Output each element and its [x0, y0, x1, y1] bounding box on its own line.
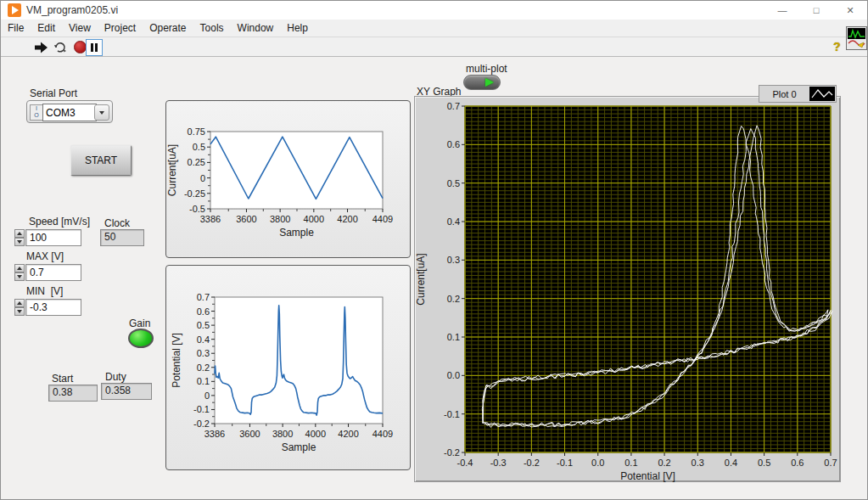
speed-input[interactable] — [25, 229, 81, 246]
potential-waveform-graph: 3386360038004000420044090.70.60.50.40.30… — [165, 265, 411, 470]
start-button[interactable]: START — [70, 145, 132, 176]
svg-text:-0.2: -0.2 — [444, 447, 460, 458]
potential-vs-sample-svg: 3386360038004000420044090.70.60.50.40.30… — [166, 266, 412, 471]
menu-item-view[interactable]: View — [62, 20, 98, 34]
svg-text:Current[uA]: Current[uA] — [166, 144, 178, 196]
svg-text:3600: 3600 — [239, 429, 260, 439]
max-label: MAX [V] — [26, 250, 64, 262]
svg-text:0.0: 0.0 — [591, 458, 604, 468]
pause-icon[interactable] — [86, 39, 103, 56]
svg-text:0.6: 0.6 — [447, 139, 460, 149]
run-icon[interactable] — [33, 40, 48, 54]
speed-label: Speed [mV/s] — [29, 216, 90, 228]
menu-item-file[interactable]: File — [1, 20, 31, 34]
vi-icon — [846, 26, 867, 50]
svg-text:-0.1: -0.1 — [193, 404, 210, 414]
increment-button[interactable] — [14, 299, 25, 307]
current-vs-sample-svg: 3386360038004000420044090.750.50.250-0.2… — [166, 101, 412, 259]
decrement-button[interactable] — [14, 272, 25, 281]
increment-button[interactable] — [14, 264, 25, 272]
minimize-button[interactable]: — — [765, 1, 799, 20]
svg-text:4409: 4409 — [372, 429, 393, 439]
svg-text:0.3: 0.3 — [197, 348, 210, 358]
plot-legend[interactable]: Plot 0 — [759, 85, 837, 103]
titlebar: VM_program0205.vi — □ ✕ — [1, 1, 867, 20]
labview-window: VM_program0205.vi — □ ✕ FileEditViewProj… — [0, 0, 868, 500]
svg-text:4200: 4200 — [337, 214, 357, 224]
svg-text:-0.4: -0.4 — [457, 458, 473, 468]
xy-graph: -0.4-0.3-0.2-0.10.00.10.20.30.40.50.60.7… — [414, 96, 841, 482]
max-input[interactable] — [25, 264, 81, 281]
abort-circle — [74, 41, 87, 53]
svg-text:Sample: Sample — [279, 227, 314, 239]
svg-text:-0.25: -0.25 — [184, 188, 205, 199]
svg-text:0.1: 0.1 — [624, 458, 637, 468]
pause-bar — [91, 43, 93, 52]
svg-text:4200: 4200 — [338, 429, 358, 439]
maximize-button[interactable]: □ — [799, 1, 833, 20]
duty-label: Duty — [105, 371, 126, 383]
increment-button[interactable] — [14, 229, 25, 238]
svg-text:-0.1: -0.1 — [557, 458, 573, 468]
svg-text:0.3: 0.3 — [447, 255, 460, 265]
svg-text:-0.2: -0.2 — [193, 419, 210, 429]
svg-text:0: 0 — [200, 173, 205, 183]
toolbar: ? — [1, 37, 867, 57]
menu-item-tools[interactable]: Tools — [193, 20, 231, 34]
pause-bar — [95, 43, 98, 52]
run-continuous-icon[interactable] — [53, 40, 68, 54]
play-glyph — [12, 6, 19, 14]
start-indicator-label: Start — [52, 373, 73, 385]
serial-port-input[interactable] — [42, 104, 97, 121]
gain-label: Gain — [129, 317, 150, 329]
svg-text:0.6: 0.6 — [791, 458, 804, 468]
svg-text:0.25: 0.25 — [188, 157, 205, 167]
multi-plot-switch[interactable] — [463, 75, 501, 90]
svg-text:-0.1: -0.1 — [444, 409, 460, 419]
menu-item-edit[interactable]: Edit — [31, 20, 62, 34]
chevron-down-icon — [99, 111, 104, 115]
svg-text:4409: 4409 — [372, 214, 393, 224]
svg-text:0.5: 0.5 — [193, 142, 205, 152]
menu-item-help[interactable]: Help — [280, 20, 315, 34]
serial-port-dropdown-button[interactable] — [94, 104, 109, 121]
svg-text:-0.3: -0.3 — [490, 458, 507, 468]
menu-item-project[interactable]: Project — [98, 20, 143, 34]
svg-text:3386: 3386 — [204, 429, 225, 439]
plot-legend-label: Plot 0 — [759, 89, 809, 99]
min-label: MIN [V] — [26, 285, 63, 297]
help-button[interactable]: ? — [833, 40, 841, 53]
min-input[interactable] — [25, 299, 81, 316]
menubar: FileEditViewProjectOperateToolsWindowHel… — [1, 20, 867, 37]
svg-text:4000: 4000 — [304, 214, 324, 224]
svg-text:0.4: 0.4 — [197, 334, 210, 345]
svg-text:-0.2: -0.2 — [524, 458, 540, 468]
svg-text:0.5: 0.5 — [447, 178, 460, 188]
speed-stepper[interactable] — [14, 229, 25, 246]
start-indicator: 0.38 — [48, 385, 98, 402]
svg-text:0.5: 0.5 — [758, 458, 770, 468]
close-button[interactable]: ✕ — [833, 1, 867, 20]
switch-on-glyph — [485, 78, 494, 87]
svg-text:4000: 4000 — [305, 429, 326, 439]
duty-indicator: 0.358 — [101, 383, 152, 400]
svg-text:3386: 3386 — [200, 214, 221, 224]
svg-text:0.0: 0.0 — [447, 370, 460, 380]
svg-text:Sample: Sample — [282, 441, 316, 453]
serial-port-label: Serial Port — [30, 87, 77, 99]
svg-text:0.3: 0.3 — [692, 458, 704, 468]
menu-item-operate[interactable]: Operate — [143, 20, 193, 34]
min-stepper[interactable] — [14, 299, 25, 316]
clock-indicator: 50 — [100, 229, 144, 246]
svg-text:0.5: 0.5 — [197, 320, 210, 330]
decrement-button[interactable] — [14, 238, 25, 246]
svg-text:0.2: 0.2 — [658, 458, 670, 468]
svg-text:Current[uA]: Current[uA] — [415, 253, 427, 305]
labview-app-icon — [8, 3, 21, 17]
menu-item-window[interactable]: Window — [231, 20, 281, 34]
svg-text:-0.5: -0.5 — [189, 204, 205, 214]
svg-text:Potential [V]: Potential [V] — [171, 333, 182, 388]
svg-text:3600: 3600 — [236, 214, 256, 224]
decrement-button[interactable] — [14, 307, 25, 316]
max-stepper[interactable] — [14, 264, 25, 281]
